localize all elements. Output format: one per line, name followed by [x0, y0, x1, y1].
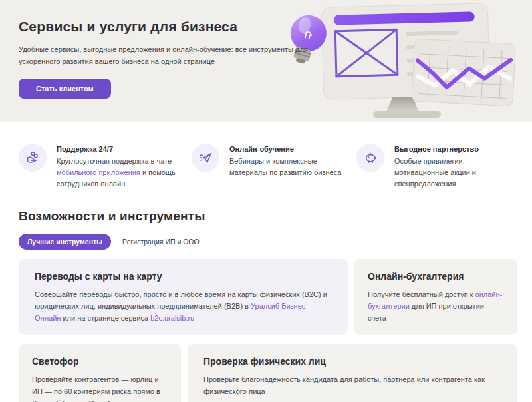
tab-registration-ip-ooo[interactable]: Регистрация ИП и ООО	[122, 238, 200, 246]
feature-title: Выгодное партнерство	[394, 145, 517, 153]
feature-title: Онлайн-обучение	[229, 145, 350, 153]
card-description: Совершайте переводы быстро, просто и в л…	[35, 288, 332, 324]
become-client-button[interactable]: Стать клиентом	[19, 79, 111, 99]
feature-description: Вебинары и комплексные материалы по разв…	[229, 156, 350, 178]
feature-description: Особые привилегии, мотивационные акции и…	[394, 156, 517, 190]
tools-cards: Переводы с карты на карту Совершайте пер…	[19, 259, 517, 402]
card-svetofor[interactable]: Светофор Проверяйте контрагентов — юрлиц…	[19, 344, 181, 402]
cards-row-1: Переводы с карты на карту Совершайте пер…	[19, 259, 517, 335]
tab-best-tools[interactable]: Лучшие инструменты	[19, 234, 111, 250]
paper-plane-icon	[192, 144, 219, 172]
feature-text-block: Выгодное партнерство Особые привилегии, …	[394, 144, 517, 190]
mobile-app-link[interactable]: мобильного приложения	[57, 168, 140, 176]
b2c-uralsib-link[interactable]: b2c.uralsib.ru	[150, 314, 194, 322]
feature-text-segment: Круглосуточная поддержка в чате	[57, 157, 172, 165]
card-text-segment: или на странице сервиса	[61, 314, 150, 322]
hero-text-block: Сервисы и услуги для бизнеса Удобные сер…	[19, 19, 325, 99]
card-title: Переводы с карты на карту	[35, 271, 332, 282]
card-description: Получите бесплатный доступ к онлайн-бухг…	[368, 288, 504, 324]
feature-text-block: Онлайн-обучение Вебинары и комплексные м…	[229, 144, 350, 190]
hand-coins-icon	[19, 144, 47, 172]
card-title: Онлайн-бухгалтерия	[368, 271, 504, 282]
piggy-bank-icon	[356, 144, 384, 172]
cards-row-2: Светофор Проверяйте контрагентов — юрлиц…	[19, 344, 517, 402]
feature-text-block: Поддержка 24/7 Круглосуточная поддержка …	[57, 144, 185, 190]
card-title: Проверка физических лиц	[203, 356, 501, 367]
card-title: Светофор	[32, 356, 168, 367]
card-description: Проверяйте контрагентов — юрлиц и ИП — п…	[32, 373, 168, 402]
feature-support: Поддержка 24/7 Круглосуточная поддержка …	[19, 144, 185, 190]
tools-tabs: Лучшие инструменты Регистрация ИП и ООО	[19, 234, 517, 250]
features-row: Поддержка 24/7 Круглосуточная поддержка …	[19, 144, 517, 190]
feature-title: Поддержка 24/7	[57, 145, 185, 153]
feature-description: Круглосуточная поддержка в чате мобильно…	[57, 156, 185, 190]
card-text-segment: Получите бесплатный доступ к	[368, 290, 475, 298]
card-description: Проверьте благонадежность кандидата для …	[203, 373, 501, 397]
hero-section: Сервисы и услуги для бизнеса Удобные сер…	[0, 0, 532, 122]
card-card-to-card-transfers[interactable]: Переводы с карты на карту Совершайте пер…	[19, 259, 348, 335]
feature-partnership: Выгодное партнерство Особые привилегии, …	[356, 144, 517, 190]
chart-panel-graphic	[412, 39, 516, 106]
feature-online-education: Онлайн-обучение Вебинары и комплексные м…	[192, 144, 350, 190]
section-title: Возможности и инструменты	[19, 209, 517, 224]
hero-subtitle: Удобные сервисы, выгодные предложения и …	[19, 43, 315, 67]
card-individuals-check[interactable]: Проверка физических лиц Проверьте благон…	[188, 344, 517, 402]
page-title: Сервисы и услуги для бизнеса	[19, 19, 325, 35]
card-online-accounting[interactable]: Онлайн-бухгалтерия Получите бесплатный д…	[354, 259, 517, 335]
